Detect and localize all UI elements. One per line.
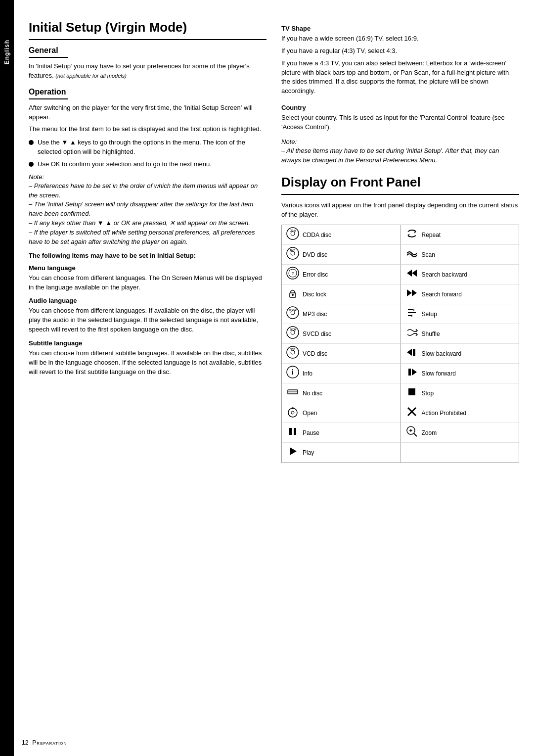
tv-shape-para1: If you have a wide screen (16:9) TV, sel… (281, 34, 519, 44)
svg-marker-13 (412, 289, 417, 296)
country-text: Select your country. This is used as inp… (281, 113, 519, 132)
general-section: General In 'Initial Setup' you may have … (29, 46, 267, 81)
tv-shape-para2: If you have a regular (4:3) TV, select 4… (281, 47, 519, 56)
no-disc-label: No disc (303, 390, 322, 397)
svg-point-38 (291, 411, 294, 414)
vcd-icon: VCD (285, 345, 301, 362)
svg-point-26 (291, 350, 295, 354)
svg-point-11 (292, 294, 294, 296)
right-column: TV Shape If you have a wide screen (16:9… (281, 20, 519, 736)
following-items-title: The following items may have to be set i… (29, 252, 267, 259)
svg-marker-8 (407, 270, 412, 277)
open-icon (285, 405, 301, 421)
side-tab-label: English (3, 40, 10, 64)
bullet-dot (29, 140, 34, 145)
setup-label: Setup (422, 311, 437, 318)
icon-row-info: i Info (282, 364, 400, 383)
svg-text:VCD: VCD (290, 348, 295, 351)
slow-backward-label: Slow backward (422, 350, 462, 357)
svg-marker-32 (412, 369, 417, 376)
svg-text:MP3CD: MP3CD (289, 309, 297, 311)
scan-label: Scan (422, 251, 435, 258)
subtitle-language-text: You can choose from different subtitle l… (29, 349, 267, 377)
svg-point-15 (291, 311, 295, 315)
icon-row-play: Play (282, 443, 400, 463)
note-text-1: – The 'Initial Setup' screen will only d… (29, 200, 267, 219)
right-note-block: Note: – All these items may have to be s… (281, 138, 519, 165)
svg-text:?: ? (292, 271, 294, 276)
svg-text:i: i (292, 368, 294, 376)
svg-marker-48 (290, 447, 297, 455)
action-prohibited-label: Action Prohibited (422, 410, 467, 417)
open-label: Open (303, 410, 317, 417)
svg-rect-43 (294, 428, 296, 435)
svg-line-45 (414, 433, 417, 436)
footer-label: Preparation (32, 739, 67, 746)
operation-para2: The menu for the first item to be set is… (29, 125, 267, 134)
bullet-item: Use OK to confirm your selection and to … (29, 160, 267, 169)
shuffle-label: Shuffle (422, 331, 440, 337)
dvd-label: DVD disc (303, 251, 327, 258)
svg-text:CD-A: CD-A (290, 229, 296, 232)
slow-forward-icon (404, 365, 420, 381)
icon-row-error: ? Error disc (282, 265, 400, 284)
icons-grid: CD-A CDDA disc (281, 225, 519, 463)
svg-point-4 (291, 251, 295, 255)
operation-notes: Note: – Preferences have to be set in th… (29, 173, 267, 247)
slow-backward-icon (404, 345, 420, 362)
note-text-3: – If the player is switched off while se… (29, 228, 267, 247)
stop-label: Stop (422, 390, 434, 397)
stop-icon (404, 385, 420, 401)
icon-row-open: Open (282, 403, 400, 423)
zoom-icon (404, 425, 420, 441)
setup-icon (404, 306, 420, 322)
note-text-2: – If any keys other than ▼ ▲ or OK are p… (29, 219, 267, 228)
right-note-text: – All these items may have to be set dur… (281, 146, 519, 165)
icon-row-scan: Scan (400, 245, 519, 265)
svg-rect-36 (408, 388, 415, 395)
icon-row-cdda: CD-A CDDA disc (282, 225, 400, 245)
pause-icon (285, 425, 301, 441)
operation-para1: After switching on the player for the ve… (29, 103, 267, 122)
icon-row-setup: Setup (400, 304, 519, 324)
play-icon (285, 444, 301, 461)
zoom-label: Zoom (422, 429, 437, 436)
no-disc-icon (285, 385, 301, 401)
svg-point-23 (291, 331, 295, 334)
menu-language-title: Menu language (29, 264, 267, 272)
icon-row-repeat: Repeat (400, 225, 519, 245)
svg-marker-28 (407, 349, 412, 356)
menu-language-text: You can choose from different languages.… (29, 274, 267, 292)
icon-row-zoom: Zoom (400, 423, 519, 443)
icon-row-search-fwd: Search forward (400, 284, 519, 304)
audio-language-text: You can choose from different languages.… (29, 306, 267, 334)
icon-row-stop: Stop (400, 383, 519, 403)
svg-point-1 (291, 232, 295, 236)
mp3-label: MP3 disc (303, 311, 327, 318)
svcd-label: SVCD disc (303, 331, 331, 337)
svg-text:DVD: DVD (290, 249, 296, 252)
country-section: Country Select your country. This is use… (281, 104, 519, 132)
right-note-label: Note: (281, 138, 519, 145)
icon-row-search-back: Search backward (400, 265, 519, 284)
info-label: Info (303, 370, 312, 377)
icon-row-mp3: MP3CD MP3 disc (282, 304, 400, 324)
side-tab: English (0, 0, 14, 756)
general-para: In 'Initial Setup' you may have to set y… (29, 62, 267, 81)
icon-row-empty (400, 443, 519, 463)
icon-row-no-disc: No disc (282, 383, 400, 403)
tv-shape-para3: If you have a 4:3 TV, you can also selec… (281, 59, 519, 96)
svg-marker-12 (407, 289, 412, 296)
action-prohibited-icon (404, 405, 420, 421)
following-items-section: The following items may have to be set i… (29, 252, 267, 377)
search-backward-icon (404, 266, 420, 283)
dvd-icon: DVD (285, 246, 301, 263)
svg-text:SVCD: SVCD (290, 329, 296, 331)
icon-row-vcd: VCD VCD disc (282, 344, 400, 364)
bullet-item: Use the ▼ ▲ keys to go through the optio… (29, 138, 267, 157)
svg-point-37 (288, 408, 297, 417)
tv-shape-section: TV Shape If you have a wide screen (16:9… (281, 25, 519, 96)
svg-marker-9 (412, 270, 417, 277)
svg-rect-33 (408, 369, 411, 376)
disc-lock-icon (285, 286, 301, 302)
